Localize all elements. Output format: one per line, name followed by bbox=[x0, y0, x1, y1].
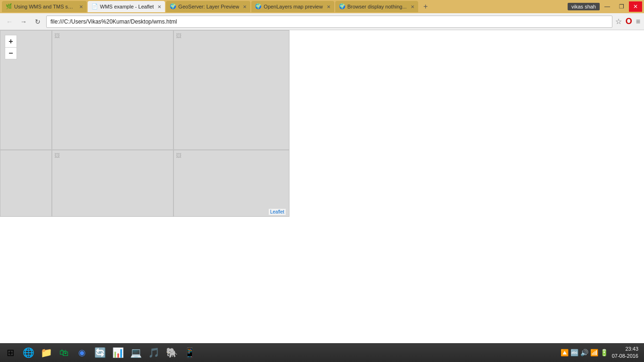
taskbar-app9[interactable]: 📱 bbox=[181, 344, 198, 361]
tab-2-favicon: 📄 bbox=[91, 3, 98, 10]
map-tile-1-2 bbox=[52, 30, 173, 150]
notification-icon[interactable]: 🔼 bbox=[561, 349, 569, 356]
windows-start-icon: ⊞ bbox=[7, 347, 15, 358]
broken-image-icon bbox=[54, 152, 61, 159]
map-tile-2-2 bbox=[52, 150, 173, 217]
address-bar[interactable] bbox=[46, 16, 612, 28]
taskbar: ⊞ 🌐 📁 🛍 ◉ 🔄 📊 💻 bbox=[0, 343, 644, 362]
nav-bar: ← → ↻ ☆ O ≡ bbox=[0, 13, 644, 30]
tab-1-favicon: 🌿 bbox=[6, 3, 12, 10]
taskbar-vs[interactable]: 💻 bbox=[127, 344, 144, 361]
map-tiles bbox=[0, 30, 289, 217]
tab-4[interactable]: 🌍 OpenLayers map preview ✕ bbox=[251, 1, 334, 12]
taskbar-explorer[interactable]: 📁 bbox=[38, 344, 55, 361]
tab-2-label: WMS example - Leaflet bbox=[100, 4, 154, 9]
battery-icon[interactable]: 🔋 bbox=[600, 349, 608, 356]
visual-studio-icon: 💻 bbox=[130, 347, 142, 358]
tab-2-close[interactable]: ✕ bbox=[157, 4, 161, 9]
taskbar-itunes[interactable]: 🎵 bbox=[145, 344, 162, 361]
taskbar-right: 🔼 🔤 🔊 📶 🔋 23:43 07-08-2016 bbox=[561, 346, 642, 360]
tab-1-close[interactable]: ✕ bbox=[79, 4, 83, 9]
map-tile-2-3 bbox=[173, 150, 289, 217]
taskbar-green[interactable]: 🔄 bbox=[91, 344, 108, 361]
stats-icon: 📊 bbox=[112, 347, 124, 358]
map-controls: + − bbox=[5, 35, 17, 59]
taskbar-postgres[interactable]: 🐘 bbox=[163, 344, 180, 361]
zoom-out-button[interactable]: − bbox=[5, 47, 17, 59]
opera-icon[interactable]: O bbox=[626, 16, 632, 26]
browser-window: 🌿 Using WMS and TMS ser... ✕ 📄 WMS examp… bbox=[0, 0, 644, 362]
taskbar-app5[interactable]: 📊 bbox=[109, 344, 126, 361]
tab-4-close[interactable]: ✕ bbox=[327, 4, 330, 9]
tab-3[interactable]: 🌍 GeoServer: Layer Preview ✕ bbox=[166, 1, 250, 12]
page-content: + − bbox=[0, 30, 644, 362]
tab-3-close[interactable]: ✕ bbox=[243, 4, 247, 9]
keyboard-icon[interactable]: 🔤 bbox=[570, 349, 578, 356]
postgres-icon: 🐘 bbox=[166, 347, 178, 358]
minimize-button[interactable]: — bbox=[601, 1, 614, 12]
taskbar-ie[interactable]: 🌐 bbox=[20, 344, 37, 361]
map-tile-2-1 bbox=[0, 150, 52, 217]
itunes-icon: 🎵 bbox=[148, 347, 160, 358]
network-icon[interactable]: 📶 bbox=[590, 349, 598, 356]
restore-button[interactable]: ❐ bbox=[615, 1, 628, 12]
back-button[interactable]: ← bbox=[4, 16, 15, 27]
close-button[interactable]: ✕ bbox=[629, 1, 642, 12]
phone-icon: 📱 bbox=[184, 347, 196, 358]
ie-icon: 🌐 bbox=[23, 347, 34, 358]
window-controls: vikas shah — ❐ ✕ bbox=[568, 1, 642, 12]
tab-1-label: Using WMS and TMS ser... bbox=[14, 4, 75, 9]
leaflet-attribution[interactable]: Leaflet bbox=[269, 209, 286, 215]
title-bar: 🌿 Using WMS and TMS ser... ✕ 📄 WMS examp… bbox=[0, 0, 644, 13]
taskbar-sys-icons: 🔼 🔤 🔊 📶 🔋 bbox=[561, 349, 608, 356]
broken-image-icon bbox=[176, 152, 182, 159]
tab-5-label: Browser display nothing... bbox=[347, 4, 407, 9]
file-explorer-icon: 📁 bbox=[41, 347, 52, 358]
tab-4-label: OpenLayers map preview bbox=[264, 4, 322, 9]
clock-time: 23:43 bbox=[612, 346, 638, 353]
tab-3-label: GeoServer: Layer Preview bbox=[178, 4, 239, 9]
taskbar-store[interactable]: 🛍 bbox=[56, 344, 73, 361]
taskbar-apps: 🌐 📁 🛍 ◉ 🔄 📊 💻 🎵 � bbox=[20, 344, 560, 361]
chrome-icon: ◉ bbox=[78, 347, 86, 358]
map-tile-1-3 bbox=[173, 30, 289, 150]
taskbar-chrome[interactable]: ◉ bbox=[74, 344, 91, 361]
reload-button[interactable]: ↻ bbox=[32, 16, 43, 27]
taskbar-clock: 23:43 07-08-2016 bbox=[612, 346, 638, 360]
tab-5-close[interactable]: ✕ bbox=[411, 4, 414, 9]
map-area: + − bbox=[0, 30, 289, 217]
bookmark-icon[interactable]: ☆ bbox=[615, 17, 622, 26]
start-button[interactable]: ⊞ bbox=[2, 344, 19, 361]
tab-5-favicon: 🌍 bbox=[339, 3, 346, 10]
menu-icon[interactable]: ≡ bbox=[636, 17, 640, 26]
user-label: vikas shah bbox=[568, 3, 600, 10]
tab-5[interactable]: 🌍 Browser display nothing... ✕ bbox=[335, 1, 418, 12]
tab-4-favicon: 🌍 bbox=[255, 3, 262, 10]
volume-icon[interactable]: 🔊 bbox=[580, 349, 588, 356]
tab-3-favicon: 🌍 bbox=[170, 3, 176, 10]
green-app-icon: 🔄 bbox=[94, 347, 106, 358]
new-tab-button[interactable]: + bbox=[419, 1, 432, 12]
tab-2[interactable]: 📄 WMS example - Leaflet ✕ bbox=[88, 1, 165, 12]
clock-date: 07-08-2016 bbox=[612, 353, 638, 360]
store-icon: 🛍 bbox=[59, 347, 69, 358]
tab-1[interactable]: 🌿 Using WMS and TMS ser... ✕ bbox=[2, 1, 87, 12]
broken-image-icon bbox=[54, 33, 61, 39]
broken-image-icon bbox=[176, 33, 182, 39]
nav-icons: ☆ O ≡ bbox=[615, 16, 640, 26]
forward-button[interactable]: → bbox=[18, 16, 29, 27]
zoom-in-button[interactable]: + bbox=[5, 35, 17, 47]
